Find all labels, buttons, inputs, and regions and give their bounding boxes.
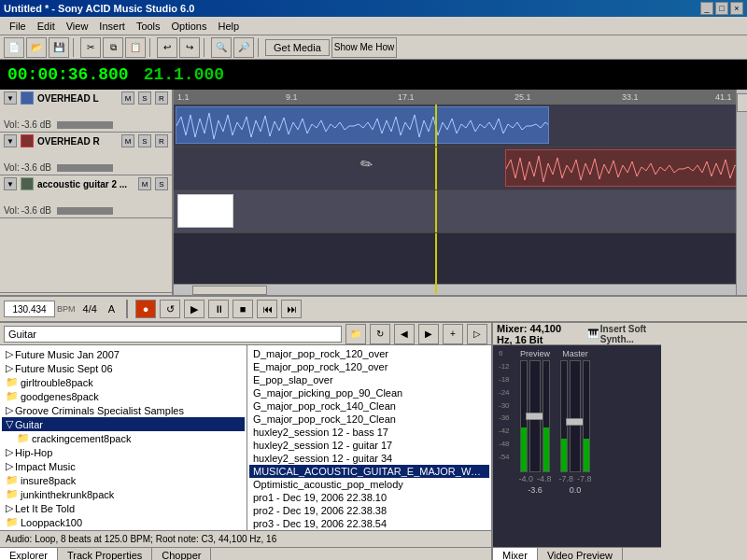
copy-button[interactable]: ⧉ [103, 37, 123, 58]
file-item-5[interactable]: G_major_pop_rock_120_Clean [249, 413, 489, 426]
track-2-vol-slider[interactable] [57, 164, 113, 172]
rewind-button[interactable]: ⏮ [257, 300, 277, 318]
window-controls[interactable]: _ □ × [700, 2, 743, 15]
undo-button[interactable]: ↩ [157, 37, 177, 58]
menu-file[interactable]: File [4, 19, 32, 34]
file-item-0[interactable]: D_major_pop_rock_120_over [249, 347, 489, 360]
bpm-input[interactable] [4, 301, 55, 317]
explorer-prev-button[interactable]: ◀ [394, 324, 415, 344]
pause-button[interactable]: ⏸ [208, 300, 229, 318]
track-clip-1[interactable]: // Will be generated inline [176, 106, 549, 144]
tree-item-groove[interactable]: ▷ Groove Criminals Specialist Samples [2, 403, 245, 417]
tree-item-cracking[interactable]: 📁 crackingcement8pack [2, 431, 245, 445]
menu-tools[interactable]: Tools [131, 19, 166, 34]
explorer-browse-button[interactable]: 📁 [345, 324, 366, 344]
tree-item-junk[interactable]: 📁 junkinthekrunk8pack [2, 487, 245, 501]
tab-explorer[interactable]: Explorer [0, 548, 58, 560]
file-item-12[interactable]: pro2 - Dec 19, 2006 22.38.38 [249, 504, 489, 517]
redo-button[interactable]: ↪ [179, 37, 200, 58]
track-1-expand[interactable]: ▼ [4, 91, 17, 105]
file-list[interactable]: D_major_pop_rock_120_over E_major_pop_ro… [247, 345, 491, 530]
preview-fader[interactable] [526, 413, 544, 420]
menu-edit[interactable]: Edit [32, 19, 61, 34]
record-button[interactable]: ● [135, 300, 156, 318]
track-1-solo[interactable]: S [138, 91, 151, 105]
timeline-scrollbar-v[interactable] [736, 90, 747, 295]
explorer-add-button[interactable]: + [443, 324, 463, 344]
explorer-search-input[interactable] [4, 326, 342, 343]
file-item-4[interactable]: G_major_pop_rock_140_Clean [249, 399, 489, 413]
minimize-button[interactable]: _ [700, 2, 713, 15]
get-media-button[interactable]: Get Media [265, 39, 330, 56]
file-item-8[interactable]: huxley2_session 12 - guitar 34 [249, 452, 489, 465]
track-3-vol-slider[interactable] [57, 207, 113, 215]
menu-view[interactable]: View [61, 19, 94, 34]
file-item-13[interactable]: pro3 - Dec 19, 2006 22.38.54 [249, 517, 489, 530]
track-1-vol-slider[interactable] [57, 121, 113, 129]
scrollbar-thumb-h[interactable] [192, 286, 267, 295]
menu-help[interactable]: Help [212, 19, 245, 34]
track-lane-2[interactable]: ✏ [174, 147, 747, 190]
track-2-expand[interactable]: ▼ [4, 134, 17, 147]
new-button[interactable]: 📄 [4, 37, 24, 58]
tree-item-goodgenes[interactable]: 📁 goodgenes8pack [2, 389, 245, 403]
track-2-solo[interactable]: S [138, 134, 151, 147]
tree-item-guitar[interactable]: ▽ Guitar [2, 417, 245, 431]
play-button[interactable]: ▶ [184, 300, 204, 318]
track-lane-3[interactable] [174, 190, 747, 233]
tree-item-insure[interactable]: 📁 insure8pack [2, 473, 245, 487]
stop-button[interactable]: ■ [233, 300, 253, 318]
tree-item-lp100[interactable]: 📁 Looppack100 [2, 515, 245, 529]
track-2-mute[interactable]: M [121, 134, 134, 147]
open-button[interactable]: 📂 [26, 37, 47, 58]
tab-mixer[interactable]: Mixer [493, 548, 538, 560]
timeline-scrollbar-h[interactable] [174, 284, 736, 295]
menu-insert[interactable]: Insert [93, 19, 131, 34]
close-button[interactable]: × [730, 2, 743, 15]
folder-tree[interactable]: ▷ Future Music Jan 2007 ▷ Future Music S… [0, 345, 247, 530]
file-item-2[interactable]: E_pop_slap_over [249, 373, 489, 386]
zoom-in-button[interactable]: 🔍 [211, 37, 232, 58]
tab-track-properties[interactable]: Track Properties [58, 548, 152, 560]
explorer-preview-button[interactable]: ▷ [467, 324, 487, 344]
tree-item-hiphop[interactable]: ▷ Hip-Hop [2, 445, 245, 459]
tab-video-preview[interactable]: Video Preview [538, 548, 623, 560]
track-1-arm[interactable]: R [155, 91, 168, 105]
tree-item-future-sept[interactable]: ▷ Future Music Sept 06 [2, 361, 245, 375]
cut-button[interactable]: ✂ [80, 37, 101, 58]
paste-button[interactable]: 📋 [125, 37, 146, 58]
track-3-mute[interactable]: M [138, 177, 151, 190]
tree-item-impact[interactable]: ▷ Impact Music [2, 459, 245, 473]
explorer-refresh-button[interactable]: ↻ [370, 324, 390, 344]
maximize-button[interactable]: □ [715, 2, 728, 15]
save-button[interactable]: 💾 [49, 37, 69, 58]
explorer-next-button[interactable]: ▶ [418, 324, 439, 344]
zoom-out-button[interactable]: 🔎 [233, 37, 254, 58]
file-item-3[interactable]: G_major_picking_pop_90_Clean [249, 386, 489, 399]
tree-item-future-jan[interactable]: ▷ Future Music Jan 2007 [2, 347, 245, 361]
scrollbar-thumb-v[interactable] [737, 93, 747, 112]
track-1-mute[interactable]: M [121, 91, 134, 105]
track-3-expand[interactable]: ▼ [4, 177, 17, 190]
insert-synth-button[interactable]: 🎹 Insert Soft Synth... [584, 322, 657, 346]
menu-options[interactable]: Options [166, 19, 213, 34]
track-2-arm[interactable]: R [155, 134, 168, 147]
file-item-7[interactable]: huxley2_session 12 - guitar 17 [249, 439, 489, 452]
file-item-9[interactable]: MUSICAL_ACOUSTIC_GUITAR_E_MAJOR_WARM_01 [249, 465, 489, 478]
show-me-how-button[interactable]: Show Me How [331, 37, 397, 58]
tab-chopper[interactable]: Chopper [152, 548, 211, 560]
fast-forward-button[interactable]: ⏭ [281, 300, 302, 318]
tree-item-girltrouble[interactable]: 📁 girltrouble8pack [2, 375, 245, 389]
preview-fader-track[interactable] [529, 360, 541, 472]
track-3-solo[interactable]: S [155, 177, 168, 190]
file-item-10[interactable]: Optimistic_acoustic_pop_melody [249, 478, 489, 491]
file-item-1[interactable]: E_major_pop_rock_120_over [249, 360, 489, 373]
file-item-11[interactable]: pro1 - Dec 19, 2006 22.38.10 [249, 491, 489, 504]
track-clip-2[interactable] [505, 149, 739, 187]
track-lane-1[interactable]: // Will be generated inline [174, 105, 747, 147]
master-fader-track[interactable] [570, 360, 581, 472]
master-fader[interactable] [566, 418, 585, 426]
track-clip-3[interactable] [177, 194, 233, 228]
loop-button[interactable]: ↺ [160, 300, 180, 318]
tree-item-letitbetold[interactable]: ▷ Let It Be Told [2, 501, 245, 515]
